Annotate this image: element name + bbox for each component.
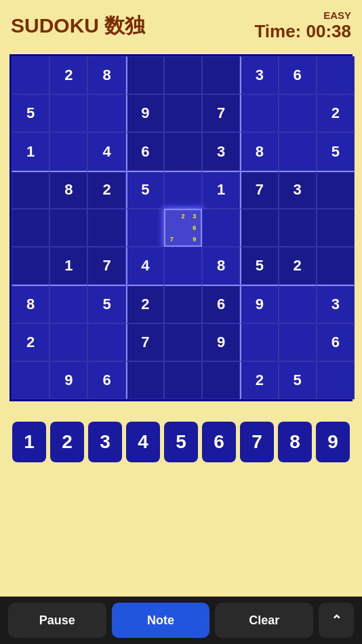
grid-cell[interactable] [164, 94, 202, 132]
grid-cell[interactable] [49, 94, 87, 132]
grid-cell[interactable]: 8 [87, 56, 125, 94]
grid-cell[interactable]: 9 [202, 323, 240, 361]
grid-cell[interactable]: 2 [87, 171, 125, 209]
grid-cell[interactable] [202, 56, 240, 94]
grid-cell[interactable]: 4 [87, 132, 125, 170]
grid-cell[interactable]: 9 [49, 361, 87, 399]
grid-cell[interactable] [12, 56, 49, 94]
note-digit [178, 233, 189, 245]
grid-cell[interactable]: 6 [202, 285, 240, 323]
grid-cell[interactable]: 9 [240, 285, 278, 323]
grid-cell[interactable]: 2 [279, 247, 317, 285]
number-button-4[interactable]: 4 [126, 422, 160, 462]
grid-cell[interactable]: 5 [240, 247, 278, 285]
grid-cell[interactable]: 3 [317, 285, 355, 323]
grid-cell[interactable]: 7 [240, 171, 278, 209]
up-button[interactable]: ⌃ [319, 603, 354, 638]
grid-cell[interactable]: 2 [126, 285, 164, 323]
number-button-2[interactable]: 2 [50, 422, 84, 462]
pause-button[interactable]: Pause [8, 603, 106, 638]
grid-cell[interactable] [49, 323, 87, 361]
grid-cell[interactable]: 8 [49, 171, 87, 209]
grid-cell[interactable] [202, 361, 240, 399]
grid-cell[interactable]: 3 [240, 56, 278, 94]
grid-cell[interactable] [12, 209, 49, 247]
grid-cell[interactable]: 1 [49, 247, 87, 285]
grid-cell[interactable] [317, 209, 355, 247]
grid-cell[interactable] [240, 94, 278, 132]
grid-cell[interactable] [12, 361, 49, 399]
grid-cell[interactable] [164, 247, 202, 285]
grid-cell[interactable] [240, 209, 278, 247]
grid-cell[interactable]: 7 [126, 323, 164, 361]
grid-cell[interactable]: 9 [126, 94, 164, 132]
grid-cell[interactable] [126, 209, 164, 247]
grid-cell[interactable] [87, 94, 125, 132]
grid-cell[interactable] [279, 285, 317, 323]
grid-cell[interactable]: 6 [317, 323, 355, 361]
number-button-5[interactable]: 5 [164, 422, 198, 462]
grid-cell[interactable] [49, 209, 87, 247]
number-button-8[interactable]: 8 [278, 422, 312, 462]
grid-cell[interactable]: 1 [12, 132, 49, 170]
app-title: SUDOKU 数独 [11, 12, 145, 40]
cell-value: 7 [256, 181, 264, 199]
grid-cell[interactable] [164, 323, 202, 361]
grid-cell[interactable]: 2 [12, 323, 49, 361]
note-digit [178, 222, 189, 234]
grid-cell[interactable] [164, 56, 202, 94]
grid-cell[interactable]: 2 [49, 56, 87, 94]
grid-cell[interactable]: 2 [317, 94, 355, 132]
grid-cell[interactable] [317, 247, 355, 285]
grid-cell[interactable] [164, 361, 202, 399]
grid-cell[interactable] [49, 285, 87, 323]
grid-cell[interactable]: 8 [202, 247, 240, 285]
grid-cell[interactable]: 6 [87, 361, 125, 399]
grid-cell[interactable] [164, 285, 202, 323]
number-button-6[interactable]: 6 [202, 422, 236, 462]
grid-cell[interactable]: 5 [87, 285, 125, 323]
grid-cell[interactable] [279, 323, 317, 361]
grid-cell[interactable] [279, 94, 317, 132]
grid-cell[interactable] [126, 361, 164, 399]
grid-cell[interactable] [279, 209, 317, 247]
grid-cell[interactable]: 8 [12, 285, 49, 323]
grid-cell[interactable]: 5 [126, 171, 164, 209]
grid-cell[interactable] [12, 247, 49, 285]
number-button-7[interactable]: 7 [240, 422, 274, 462]
number-button-9[interactable]: 9 [316, 422, 350, 462]
grid-cell[interactable]: 6 [279, 56, 317, 94]
grid-cell[interactable] [87, 209, 125, 247]
grid-cell[interactable] [202, 209, 240, 247]
grid-cell[interactable]: 3 [279, 171, 317, 209]
grid-cell[interactable] [279, 132, 317, 170]
note-button[interactable]: Note [112, 603, 210, 638]
grid-cell[interactable]: 6 [126, 132, 164, 170]
grid-cell[interactable] [87, 323, 125, 361]
grid-cell[interactable] [317, 171, 355, 209]
grid-cell[interactable] [317, 56, 355, 94]
grid-cell[interactable]: 5 [12, 94, 49, 132]
grid-cell[interactable] [49, 132, 87, 170]
bottom-bar: Pause Note Clear ⌃ [0, 597, 362, 644]
number-button-1[interactable]: 1 [12, 422, 46, 462]
grid-cell[interactable] [126, 56, 164, 94]
grid-cell[interactable] [12, 171, 49, 209]
grid-cell[interactable]: 5 [317, 132, 355, 170]
grid-cell[interactable]: 1 [202, 171, 240, 209]
grid-cell[interactable]: 4 [126, 247, 164, 285]
grid-cell[interactable]: 8 [240, 132, 278, 170]
grid-cell[interactable]: 23679 [164, 209, 202, 247]
grid-cell[interactable]: 2 [240, 361, 278, 399]
cell-value: 5 [256, 257, 264, 275]
grid-cell[interactable]: 3 [202, 132, 240, 170]
clear-button[interactable]: Clear [215, 603, 313, 638]
grid-cell[interactable] [164, 171, 202, 209]
grid-cell[interactable]: 5 [279, 361, 317, 399]
grid-cell[interactable]: 7 [87, 247, 125, 285]
number-button-3[interactable]: 3 [88, 422, 122, 462]
grid-cell[interactable]: 7 [202, 94, 240, 132]
grid-cell[interactable] [317, 361, 355, 399]
grid-cell[interactable] [240, 323, 278, 361]
grid-cell[interactable] [164, 132, 202, 170]
